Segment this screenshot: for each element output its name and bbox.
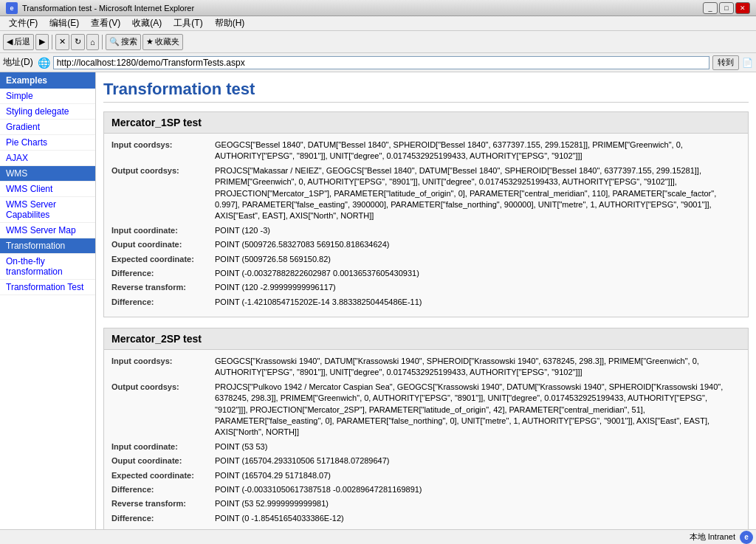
table-row: Difference: POINT (0 -1.85451654033386E-… [111,513,740,524]
sidebar-item-styling[interactable]: Styling delegate [0,104,95,120]
sidebar-item-otf[interactable]: On-the-fly transformation [0,254,95,280]
sidebar-item-transformation-test[interactable]: Transformation Test [0,280,95,295]
menu-view[interactable]: 查看(V) [85,16,126,31]
sidebar-item-transformation[interactable]: Transformation [0,238,95,254]
ie-status-icon: e [740,531,753,544]
row-label: Reverse transform: [111,282,215,293]
back-arrow-icon: ◀ [7,37,13,47]
test-content-mercator2sp: Input coordsys: GEOGCS["Krassowski 1940"… [104,350,748,529]
menu-file[interactable]: 文件(F) [3,16,44,31]
address-bar: 地址(D) 🌐 转到 📄 [0,53,756,72]
row-label: Input coordinate: [111,225,215,236]
table-row: Expected coordinate: POINT (165704.29 51… [111,470,740,481]
test-section-mercator1sp: Mercator_1SP test Input coordsys: GEOGCS… [103,111,749,317]
stop-button[interactable]: ✕ [55,34,69,50]
page-title: Transformation test [103,80,749,103]
table-row: Ouput coordinate: POINT (5009726.5832708… [111,239,740,250]
minimize-button[interactable]: _ [703,2,718,14]
row-label: Difference: [111,513,215,524]
row-label: Input coordsys: [111,356,215,379]
sidebar: Examples Simple Styling delegate Gradien… [0,72,96,529]
row-label: Expected coordinate: [111,470,215,481]
title-bar-buttons: _ □ ✕ [703,2,750,14]
row-value: GEOGCS["Krassowski 1940", DATUM["Krassow… [215,356,740,379]
table-row: Output coordsys: PROJCS["Makassar / NEIE… [111,165,740,222]
row-label: Expected coordinate: [111,254,215,265]
menu-help[interactable]: 帮助(H) [209,16,251,31]
row-label: Reverse transform: [111,498,215,509]
table-row: Difference: POINT (-0.00331050617387518 … [111,484,740,495]
row-value: POINT (120 -2.99999999996117) [215,282,740,293]
row-value: PROJCS["Pulkovo 1942 / Mercator Caspian … [215,382,740,438]
content-area: Transformation test Mercator_1SP test In… [96,72,756,529]
table-row: Difference: POINT (-1.4210854715202E-14 … [111,297,740,308]
table-row: Reverse transform: POINT (120 -2.9999999… [111,282,740,293]
row-label: Difference: [111,268,215,279]
sidebar-item-wms-server-cap[interactable]: WMS Server Capabilites [0,197,95,223]
row-value: GEOGCS["Bessel 1840", DATUM["Bessel 1840… [215,140,740,162]
main-container: Examples Simple Styling delegate Gradien… [0,72,756,529]
rss-icon: 📄 [742,58,753,68]
sidebar-item-wms-server-map[interactable]: WMS Server Map [0,223,95,238]
search-button[interactable]: 🔍 搜索 [106,34,141,50]
test-section-title-mercator1sp: Mercator_1SP test [104,112,748,134]
sidebar-item-gradient[interactable]: Gradient [0,120,95,135]
table-row: Output coordsys: PROJCS["Pulkovo 1942 / … [111,382,740,438]
favorites-button[interactable]: ★ 收藏夹 [142,34,183,50]
row-value: POINT (-0.00331050617387518 -0.002896472… [215,484,740,495]
ie-icon: e [6,2,18,14]
row-value: POINT (53 53) [215,441,740,452]
status-right: 本地 Intranet e [690,531,753,544]
row-value: PROJCS["Makassar / NEIEZ", GEOGCS["Besse… [215,165,740,222]
title-bar: e Transformation test - Microsoft Intern… [0,0,756,16]
close-button[interactable]: ✕ [735,2,750,14]
test-content-mercator1sp: Input coordsys: GEOGCS["Bessel 1840", DA… [104,134,748,317]
star-icon: ★ [146,37,154,47]
menu-edit[interactable]: 编辑(E) [44,16,85,31]
test-section-title-mercator2sp: Mercator_2SP test [104,328,748,350]
table-row: Reverse transform: POINT (53 52.99999999… [111,498,740,509]
refresh-button[interactable]: ↻ [71,34,85,50]
row-value: POINT (-1.4210854715202E-14 3.8833825044… [215,297,740,308]
sidebar-header-examples[interactable]: Examples [0,72,95,89]
home-button[interactable]: ⌂ [86,34,99,50]
sidebar-item-pie-charts[interactable]: Pie Charts [0,135,95,151]
menu-tools[interactable]: 工具(T) [168,16,208,31]
back-button[interactable]: ◀ 后退 [3,34,34,50]
table-row: Difference: POINT (-0.00327882822602987 … [111,268,740,279]
row-value: POINT (-0.00327882822602987 0.0013653760… [215,268,740,279]
table-row: Input coordinate: POINT (53 53) [111,441,740,452]
row-label: Difference: [111,297,215,308]
status-bar: 本地 Intranet e [0,529,756,544]
table-row: Ouput coordinate: POINT (165704.29331050… [111,455,740,466]
row-label: Difference: [111,484,215,495]
row-label: Output coordsys: [111,165,215,222]
row-value: POINT (165704.29 5171848.07) [215,470,740,481]
menu-favorites[interactable]: 收藏(A) [126,16,168,31]
address-input[interactable] [53,56,709,69]
address-icon: 🌐 [38,57,50,69]
go-button[interactable]: 转到 [712,55,739,70]
sidebar-item-ajax[interactable]: AJAX [0,151,95,166]
row-label: Input coordinate: [111,441,215,452]
row-value: POINT (0 -1.85451654033386E-12) [215,513,740,524]
row-value: POINT (5009726.58 569150.82) [215,254,740,265]
status-intranet: 本地 Intranet [690,531,735,543]
sidebar-item-wms-client[interactable]: WMS Client [0,182,95,197]
row-label: Ouput coordinate: [111,239,215,250]
table-row: Input coordinate: POINT (120 -3) [111,225,740,236]
table-row: Input coordsys: GEOGCS["Krassowski 1940"… [111,356,740,379]
row-label: Ouput coordinate: [111,455,215,466]
forward-button[interactable]: ▶ [35,34,49,50]
maximize-button[interactable]: □ [719,2,734,14]
row-value: POINT (53 52.9999999999981) [215,498,740,509]
sidebar-item-simple[interactable]: Simple [0,89,95,104]
row-value: POINT (120 -3) [215,225,740,236]
sidebar-item-wms[interactable]: WMS [0,166,95,182]
toolbar-separator2 [102,35,103,49]
table-row: Input coordsys: GEOGCS["Bessel 1840", DA… [111,140,740,162]
menu-bar: 文件(F) 编辑(E) 查看(V) 收藏(A) 工具(T) 帮助(H) [0,16,756,31]
title-bar-text: Transformation test - Microsoft Internet… [22,4,194,13]
toolbar-separator [52,35,52,49]
search-icon: 🔍 [109,37,120,47]
